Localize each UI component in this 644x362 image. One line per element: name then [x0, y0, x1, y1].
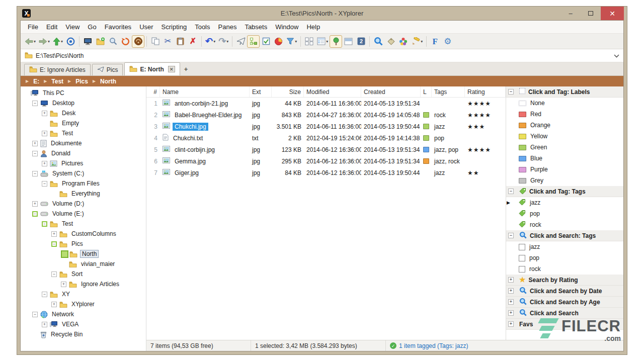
tree-item-north[interactable]: North [21, 249, 146, 259]
search-button[interactable] [372, 35, 384, 48]
dropdown-caret-icon[interactable]: ▾ [326, 39, 328, 44]
panel-item-green[interactable]: Green [506, 142, 623, 153]
tree-expander[interactable]: − [32, 101, 38, 106]
tree-expander[interactable]: − [32, 211, 38, 217]
find-files-button[interactable] [107, 35, 119, 48]
copy-button[interactable] [149, 35, 162, 48]
tree-item-label[interactable]: VEGA [60, 320, 80, 328]
file-row[interactable]: 5clint-corbijn.jpgjpg123 KB2014-06-12 16… [146, 144, 506, 155]
up-button[interactable]: ▾ [51, 35, 64, 48]
section-expander[interactable]: + [508, 277, 514, 283]
redo-button[interactable]: ↷▾ [217, 35, 230, 48]
dropdown-caret-icon[interactable]: ▾ [61, 39, 63, 44]
column-header-label[interactable]: L [421, 86, 432, 97]
checkbox-mode-button[interactable] [260, 35, 272, 48]
tag-checkbox[interactable] [519, 244, 525, 250]
tree-item-label[interactable]: Sort [70, 270, 84, 278]
close-button[interactable]: ✕ [601, 7, 624, 20]
tag-checkbox[interactable] [519, 266, 525, 273]
panel-item-jazz[interactable]: jazz [506, 241, 623, 252]
tree-item-xy[interactable]: −XY [21, 289, 146, 299]
statistics-button[interactable] [272, 35, 285, 48]
tree-item-label[interactable]: Pics [70, 240, 85, 248]
tree-item-pictures[interactable]: +Pictures [21, 158, 146, 168]
tree-item-volume-d-[interactable]: +Volume (D:) [21, 199, 146, 209]
tree-item-dokumente[interactable]: +Dokumente [21, 138, 146, 148]
color-filter-button[interactable] [397, 35, 410, 48]
tree-item-label[interactable]: CustomColumns [70, 230, 118, 238]
menu-item-help[interactable]: Help [302, 22, 324, 32]
file-name[interactable]: Babel-Brueghel-Elder.jpg [173, 111, 244, 119]
section-header-click-and-tag-labels[interactable]: −Click and Tag: Labels [506, 86, 623, 98]
file-name[interactable]: Giger.jpg [173, 169, 201, 177]
tree-item-label[interactable]: Volume (E:) [51, 210, 86, 218]
breadcrumb-item-pics[interactable]: Pics [75, 78, 88, 85]
menu-item-tools[interactable]: Tools [191, 22, 214, 32]
cell-name[interactable]: Chukchi.txt [160, 134, 250, 142]
tree-expander[interactable]: + [51, 302, 57, 307]
tree-expander[interactable]: + [42, 161, 47, 166]
cell-name[interactable]: Giger.jpg [160, 169, 250, 177]
tree-expander[interactable]: + [42, 322, 47, 327]
dropdown-caret-icon[interactable]: ▾ [295, 39, 297, 44]
tab-e-north[interactable]: E: North✕ [124, 62, 180, 75]
tree-item-label[interactable]: Test [60, 129, 74, 137]
breadcrumb-item-e-[interactable]: E: [33, 78, 39, 85]
filter-button[interactable]: ▾ [285, 35, 298, 48]
panel-item-orange[interactable]: Orange [506, 120, 623, 131]
details-view-button[interactable]: ▾ [315, 35, 330, 48]
section-header-search-by-rating[interactable]: +★Search by Rating [506, 275, 623, 286]
menu-item-panes[interactable]: Panes [214, 22, 241, 32]
menu-item-file[interactable]: File [24, 22, 42, 32]
tree-item-label[interactable]: vivian_maier [79, 260, 116, 268]
settings-button[interactable]: ⚙ [441, 35, 454, 48]
tree-expander[interactable]: + [51, 231, 57, 237]
panel-item-none[interactable]: None [506, 98, 623, 109]
tree-item-donald[interactable]: −Donald [21, 148, 146, 158]
tree-item-this-pc[interactable]: This PC [21, 88, 146, 98]
status-tagged[interactable]: ✓ 1 item tagged (Tags: jazz) [385, 340, 623, 351]
tree-item-desk[interactable]: +Desk [21, 108, 146, 118]
tree-item-empty[interactable]: Empty [21, 118, 146, 128]
tree-expander[interactable]: − [32, 171, 38, 176]
tree-expander[interactable]: + [42, 111, 47, 116]
fullscreen-button[interactable]: F [429, 35, 441, 48]
refresh-button[interactable] [119, 35, 132, 48]
file-name[interactable]: clint-corbijn.jpg [173, 146, 217, 154]
undo-button[interactable]: ↶▾ [204, 35, 217, 48]
tree-item-label[interactable]: Network [50, 310, 75, 318]
send-to-button[interactable] [234, 35, 247, 48]
tree-expander[interactable]: − [51, 272, 57, 277]
column-header-num[interactable]: # [146, 86, 160, 97]
new-tab-button[interactable]: + [184, 65, 188, 73]
menu-item-user[interactable]: User [135, 22, 157, 32]
back-button[interactable]: ▾ [23, 35, 37, 48]
menu-item-edit[interactable]: Edit [42, 22, 61, 32]
file-row[interactable]: 3Chukchi.jpgjpg3.501 KB2014-06-11 16:36:… [146, 121, 506, 132]
breadcrumb-item-test[interactable]: Test [51, 78, 63, 85]
goto-button[interactable] [64, 35, 77, 48]
tree-expander[interactable]: − [51, 241, 57, 247]
section-header-click-and-tag-tags[interactable]: −Click and Tag: Tags [506, 186, 623, 197]
tag-button[interactable] [384, 35, 397, 48]
tree-item-sort[interactable]: −Sort [21, 269, 146, 279]
tree-item-label[interactable]: Pictures [60, 159, 85, 167]
menu-item-favorites[interactable]: Favorites [101, 22, 135, 32]
panel-item-red[interactable]: Red [506, 109, 623, 120]
column-header-modified[interactable]: Modified [304, 86, 361, 97]
file-row[interactable]: 7Giger.jpgjpg84 KB2014-06-12 16:36:00201… [146, 167, 506, 178]
tree-expander[interactable]: + [61, 282, 66, 287]
file-row[interactable]: 2Babel-Brueghel-Elder.jpgjpg843 KB2014-0… [146, 109, 506, 121]
section-expander[interactable]: − [508, 89, 514, 95]
dropdown-caret-icon[interactable]: ▾ [48, 39, 50, 44]
panel-item-grey[interactable]: Grey [506, 175, 623, 186]
tree-item-label[interactable]: XYplorer [70, 300, 96, 308]
minimize-button[interactable]: – [560, 7, 581, 20]
panel-item-rock[interactable]: rock [506, 263, 623, 275]
tree-item-label[interactable]: North [80, 250, 99, 258]
breadcrumb-item-north[interactable]: North [100, 78, 116, 85]
cut-button[interactable]: ✂ [162, 35, 174, 48]
tree-item-volume-e-[interactable]: −Volume (E:) [21, 209, 146, 219]
section-expander[interactable]: + [508, 321, 514, 327]
tree-item-pics[interactable]: −Pics [21, 239, 146, 249]
